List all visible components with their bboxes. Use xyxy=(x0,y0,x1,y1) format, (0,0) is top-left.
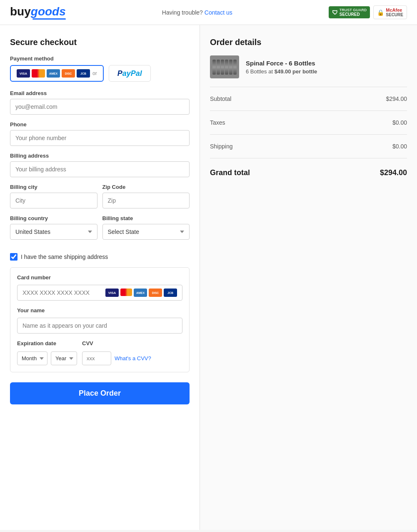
place-order-button[interactable]: Place Order xyxy=(10,382,190,404)
header: buygoods Having trouble? Contact us 🛡 TR… xyxy=(0,0,417,25)
checkout-title: Secure checkout xyxy=(10,38,190,47)
city-label: Billing city xyxy=(10,184,97,190)
product-info: Spinal Force - 6 Bottles 6 Bottles at $4… xyxy=(246,60,317,75)
bottle-4 xyxy=(225,60,228,75)
country-select[interactable]: United States xyxy=(10,224,97,240)
billing-address-label: Billing address xyxy=(10,153,190,159)
order-divider-1 xyxy=(210,87,407,87)
shield-icon: 🛡 xyxy=(332,9,338,16)
same-shipping-checkbox[interactable] xyxy=(10,253,17,261)
payment-method-group: Payment method VISA AMEX DISC JCB or Pay… xyxy=(10,55,190,82)
cvv-input[interactable] xyxy=(82,351,111,365)
amex-icon: AMEX xyxy=(47,69,60,78)
product-price-per: $49.00 per bottle xyxy=(275,68,317,75)
billing-address-group: Billing address xyxy=(10,153,190,177)
discover-icon: DISC xyxy=(62,69,75,78)
product-name: Spinal Force - 6 Bottles xyxy=(246,60,317,67)
zip-input[interactable] xyxy=(102,193,190,208)
order-details-title: Order details xyxy=(210,38,407,47)
cardholder-name-input[interactable] xyxy=(17,318,182,334)
billing-address-input[interactable] xyxy=(10,161,190,177)
card-section: Card number VISA AMEX DISC JCB Your name xyxy=(10,267,190,372)
logo-buy-text: buy xyxy=(10,5,31,18)
card-number-group: Card number VISA AMEX DISC JCB xyxy=(17,274,182,301)
mcafee-sub: SECURE xyxy=(386,13,403,17)
year-select[interactable]: Year xyxy=(51,351,77,365)
month-select[interactable]: Month xyxy=(17,351,47,365)
trustguard-sub: SECURED xyxy=(340,12,367,17)
cvv-label: CVV xyxy=(82,340,151,346)
subtotal-row: Subtotal $294.00 xyxy=(210,92,407,105)
header-help-text: Having trouble? Contact us xyxy=(162,9,232,16)
card-payment-option[interactable]: VISA AMEX DISC JCB or xyxy=(10,65,104,82)
card-visa-icon: VISA xyxy=(105,289,119,297)
shipping-value: $0.00 xyxy=(392,143,407,150)
shipping-row: Shipping $0.00 xyxy=(210,140,407,153)
card-number-field: VISA AMEX DISC JCB xyxy=(17,285,182,301)
contact-link[interactable]: Contact us xyxy=(205,9,232,16)
bottle-1 xyxy=(212,60,216,75)
product-image xyxy=(210,55,239,78)
cvv-row-inner: What's a CVV? xyxy=(82,351,151,365)
trustguard-label: TRUST GUARD xyxy=(340,8,367,12)
checkout-panel: Secure checkout Payment method VISA AMEX… xyxy=(0,25,200,530)
order-divider-3 xyxy=(210,134,407,135)
expiry-cvv-row: Expiration date Month Year CVV Wha xyxy=(17,340,182,365)
card-mc-icon xyxy=(120,289,132,296)
product-desc-text: 6 Bottles at xyxy=(246,68,273,75)
whats-cvv-link[interactable]: What's a CVV? xyxy=(115,355,151,362)
expiry-group: Expiration date Month Year xyxy=(17,340,77,365)
grand-total-value: $294.00 xyxy=(380,168,407,177)
card-discover-icon: DISC xyxy=(149,289,162,297)
order-product: Spinal Force - 6 Bottles 6 Bottles at $4… xyxy=(210,55,407,78)
card-icons-right: VISA AMEX DISC JCB xyxy=(105,289,177,297)
paypal-payment-option[interactable]: PayPal xyxy=(109,65,151,82)
order-details-panel: Order details Spinal Force - 6 Bottles 6… xyxy=(200,25,417,530)
same-shipping-label[interactable]: I have the same shipping address xyxy=(21,253,108,260)
main-layout: Secure checkout Payment method VISA AMEX… xyxy=(0,25,417,530)
logo: buygoods xyxy=(10,5,66,20)
same-shipping-row: I have the same shipping address xyxy=(10,253,190,261)
bottle-2 xyxy=(217,60,220,75)
header-badges: 🛡 TRUST GUARD SECURED 🔒 McAfee SECURE xyxy=(329,5,407,19)
mcafee-icon: 🔒 xyxy=(377,9,384,16)
email-group: Email address xyxy=(10,90,190,115)
grand-total-label: Grand total xyxy=(210,168,250,177)
subtotal-label: Subtotal xyxy=(210,95,231,102)
mcafee-text: McAfee SECURE xyxy=(386,8,403,17)
taxes-value: $0.00 xyxy=(392,119,407,126)
cardholder-name-label: Your name xyxy=(17,307,182,314)
card-number-label: Card number xyxy=(17,274,182,281)
email-input[interactable] xyxy=(10,99,190,115)
cardholder-name-group: Your name xyxy=(17,307,182,334)
mcafee-badge: 🔒 McAfee SECURE xyxy=(373,5,407,19)
grand-total-row: Grand total $294.00 xyxy=(210,163,407,181)
phone-input[interactable] xyxy=(10,130,190,146)
country-state-row: Billing country United States Billing st… xyxy=(10,215,190,246)
order-divider-2 xyxy=(210,110,407,111)
bottle-6 xyxy=(233,60,237,75)
product-bottles xyxy=(212,60,237,75)
or-text: or xyxy=(92,70,97,76)
card-number-input[interactable] xyxy=(22,289,105,296)
bottle-5 xyxy=(229,60,232,75)
paypal-logo: PayPal xyxy=(117,69,142,78)
subtotal-value: $294.00 xyxy=(386,95,407,102)
mcafee-label: McAfee xyxy=(386,8,403,13)
state-label: Billing state xyxy=(102,215,190,221)
logo-underline xyxy=(32,18,66,20)
trouble-text: Having trouble? xyxy=(162,9,203,16)
order-divider-4 xyxy=(210,158,407,158)
payment-options: VISA AMEX DISC JCB or PayPal xyxy=(10,65,190,82)
phone-label: Phone xyxy=(10,121,190,128)
payment-method-label: Payment method xyxy=(10,55,190,62)
city-input[interactable] xyxy=(10,193,97,208)
state-group: Billing state Select State xyxy=(102,215,190,240)
card-icons: VISA AMEX DISC JCB xyxy=(17,69,90,78)
state-select[interactable]: Select State xyxy=(102,224,190,240)
visa-icon: VISA xyxy=(17,69,30,78)
expiry-selects: Month Year xyxy=(17,351,77,365)
cvv-group: CVV What's a CVV? xyxy=(82,340,151,365)
country-label: Billing country xyxy=(10,215,97,221)
trustguard-text: TRUST GUARD SECURED xyxy=(340,8,367,17)
